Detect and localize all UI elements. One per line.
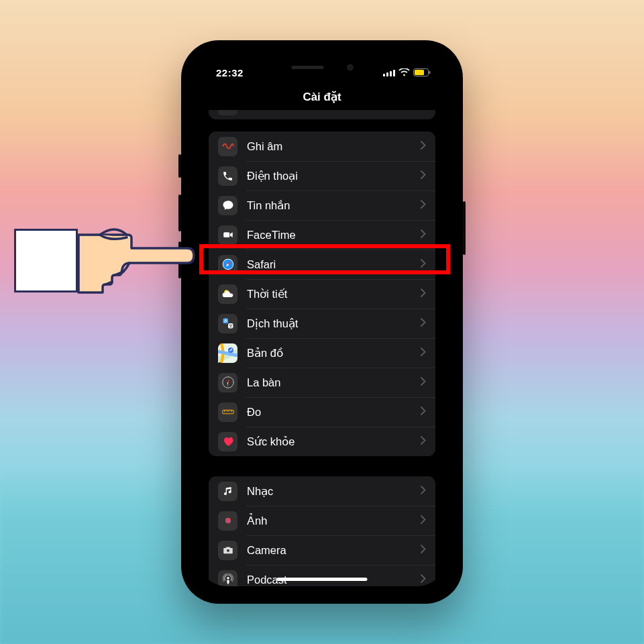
measure-icon	[218, 402, 237, 422]
row-label: Bản đồ	[247, 347, 421, 360]
row-label: Sức khỏe	[247, 435, 421, 448]
settings-row-health[interactable]: Sức khỏe	[209, 427, 435, 456]
settings-row-messages[interactable]: Tin nhắn	[209, 191, 435, 220]
messages-icon	[218, 196, 237, 215]
chevron-right-icon	[421, 435, 426, 447]
row-label: Nhạc	[247, 485, 421, 498]
settings-row-voicememo[interactable]: Ghi âm	[209, 131, 435, 161]
settings-row-photos[interactable]: Ảnh	[209, 506, 435, 535]
chevron-right-icon	[421, 347, 426, 359]
status-indicators	[383, 68, 431, 76]
svg-point-37	[227, 577, 229, 579]
row-label: Safari	[247, 258, 421, 271]
chevron-right-icon	[421, 515, 426, 527]
settings-row-maps[interactable]: Bản đồ	[209, 338, 435, 368]
phone-icon	[218, 166, 237, 186]
side-button	[463, 201, 466, 255]
chevron-right-icon	[421, 485, 426, 497]
row-label: Dịch thuật	[247, 317, 421, 330]
wifi-icon	[398, 68, 410, 76]
battery-icon	[413, 68, 431, 76]
status-time: 22:32	[216, 67, 244, 78]
health-icon	[218, 432, 237, 451]
podcast-icon	[218, 570, 237, 587]
svg-text:文: 文	[228, 323, 232, 328]
chevron-right-icon	[421, 544, 426, 556]
row-label: Camera	[247, 544, 421, 557]
row-label: Thời tiết	[247, 288, 421, 301]
svg-rect-0	[383, 74, 385, 76]
photos-icon	[218, 511, 237, 531]
phone-screen: 22:32 Cài đặt Ghi âm	[199, 58, 445, 586]
row-label: FaceTime	[247, 229, 421, 241]
chevron-right-icon	[421, 199, 426, 211]
compass-icon	[218, 373, 237, 392]
chevron-right-icon	[421, 317, 426, 329]
settings-row-podcast[interactable]: Podcast	[209, 565, 435, 586]
home-indicator[interactable]	[277, 578, 368, 581]
facetime-icon	[218, 225, 237, 245]
weather-icon	[218, 284, 237, 304]
row-label: La bàn	[247, 376, 421, 389]
settings-row-facetime[interactable]: FaceTime	[209, 220, 435, 250]
cellular-icon	[383, 69, 395, 76]
row-label: Điện thoại	[247, 170, 421, 182]
settings-row-safari[interactable]: Safari	[209, 250, 435, 279]
maps-icon	[218, 343, 237, 363]
settings-group-media: Nhạc Ảnh Camera	[209, 476, 435, 586]
settings-row-measure[interactable]: Đo	[209, 397, 435, 427]
svg-point-36	[226, 549, 229, 552]
row-label: Đo	[247, 406, 421, 419]
chevron-right-icon	[421, 170, 426, 182]
svg-rect-1	[386, 72, 388, 76]
music-icon	[218, 482, 237, 501]
safari-icon	[218, 255, 237, 274]
svg-rect-3	[393, 70, 395, 76]
voicememo-icon	[218, 137, 237, 156]
row-label: Tin nhắn	[247, 199, 421, 212]
chevron-right-icon	[421, 376, 426, 388]
translate-icon: A文	[218, 314, 237, 333]
previous-group-edge	[209, 110, 435, 119]
settings-row-compass[interactable]: La bàn	[209, 368, 435, 397]
chevron-right-icon	[421, 140, 426, 152]
pointing-hand-icon	[14, 205, 202, 326]
svg-rect-7	[223, 232, 229, 237]
svg-rect-5	[415, 70, 424, 75]
svg-rect-2	[390, 71, 392, 76]
row-label: Ảnh	[247, 515, 421, 527]
settings-row-weather[interactable]: Thời tiết	[209, 279, 435, 309]
settings-row-music[interactable]: Nhạc	[209, 476, 435, 506]
page-title: Cài đặt	[199, 87, 445, 111]
row-label: Ghi âm	[247, 140, 421, 153]
chevron-right-icon	[421, 229, 426, 241]
chevron-right-icon	[421, 258, 426, 270]
svg-rect-6	[429, 71, 431, 74]
settings-row-camera[interactable]: Camera	[209, 535, 435, 565]
settings-row-translate[interactable]: A文 Dịch thuật	[209, 309, 435, 338]
settings-group-apps: Ghi âm Điện thoại Tin	[209, 131, 435, 456]
chevron-right-icon	[421, 406, 426, 418]
chevron-right-icon	[421, 288, 426, 300]
mute-switch	[178, 154, 181, 178]
notch	[264, 58, 381, 76]
settings-row-phone[interactable]: Điện thoại	[209, 161, 435, 191]
chevron-right-icon	[421, 574, 426, 586]
camera-icon	[218, 541, 237, 560]
phone-frame: 22:32 Cài đặt Ghi âm	[181, 40, 463, 604]
